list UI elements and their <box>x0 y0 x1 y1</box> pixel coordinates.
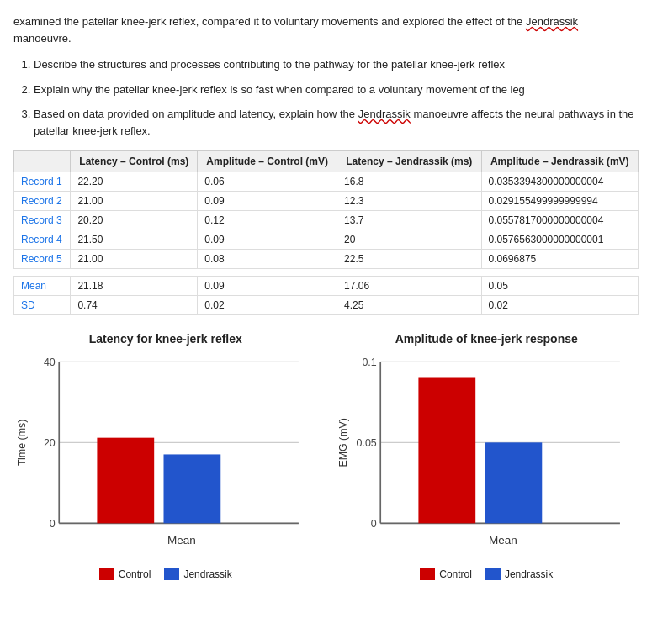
amplitude-legend: Control Jendrassik <box>335 568 639 580</box>
row-label: Record 1 <box>14 172 71 192</box>
control-label: Control <box>119 568 151 580</box>
sd-label: SD <box>14 296 71 315</box>
svg-text:0.05: 0.05 <box>356 437 376 449</box>
row-label: Record 4 <box>14 230 71 250</box>
lat-ctrl: 21.50 <box>71 230 198 250</box>
col-header-0 <box>14 151 71 172</box>
amp-ctrl: 0.08 <box>198 250 337 269</box>
lat-ctrl: 21.00 <box>71 192 198 211</box>
lat-jend: 16.8 <box>337 172 481 192</box>
svg-text:Mean: Mean <box>489 534 517 546</box>
amp-legend-control: Control <box>420 568 472 580</box>
row-label: Record 3 <box>14 211 71 230</box>
lat-jend: 22.5 <box>337 250 481 269</box>
svg-text:40: 40 <box>44 356 56 368</box>
mean-lat-ctrl: 21.18 <box>71 277 198 296</box>
svg-text:Time (ms): Time (ms) <box>16 420 28 466</box>
amp-legend-jendrassik: Jendrassik <box>485 568 553 580</box>
col-header-3: Latency – Jendrassik (ms) <box>337 151 481 172</box>
jendrassik-label: Jendrassik <box>183 568 231 580</box>
table-row: Record 3 20.20 0.12 13.7 0.0557817000000… <box>14 211 639 230</box>
row-label: Record 2 <box>14 192 71 211</box>
svg-text:20: 20 <box>44 437 56 449</box>
legend-control: Control <box>99 568 151 580</box>
legend-jendrassik: Jendrassik <box>164 568 231 580</box>
amp-jend: 0.0576563000000000001 <box>481 230 638 250</box>
col-header-4: Amplitude – Jendrassik (mV) <box>481 151 638 172</box>
latency-bar-chart: 02040MeanTime (ms) <box>13 352 318 562</box>
amp-jend: 0.0557817000000000004 <box>481 211 638 230</box>
latency-chart-wrapper: Latency for knee-jerk reflex 02040MeanTi… <box>13 332 318 580</box>
row-label: Record 5 <box>14 250 71 269</box>
sd-row: SD 0.74 0.02 4.25 0.02 <box>14 296 639 315</box>
question-3: Based on data provided on amplitude and … <box>34 106 639 139</box>
amp-jendrassik-label: Jendrassik <box>505 568 553 580</box>
amp-ctrl: 0.09 <box>198 230 337 250</box>
question-2: Explain why the patellar knee-jerk refle… <box>34 82 639 98</box>
svg-rect-20 <box>418 378 475 524</box>
intro-paragraph: examined the patellar knee-jerk reflex, … <box>13 13 639 46</box>
mean-amp-ctrl: 0.09 <box>198 277 337 296</box>
lat-jend: 13.7 <box>337 211 481 230</box>
sd-lat-jend: 4.25 <box>337 296 481 315</box>
svg-rect-21 <box>485 442 542 523</box>
data-table: Latency – Control (ms) Amplitude – Contr… <box>13 150 639 315</box>
amp-jend: 0.0696875 <box>481 250 638 269</box>
sd-amp-jend: 0.02 <box>481 296 638 315</box>
table-row: Record 4 21.50 0.09 20 0.057656300000000… <box>14 230 639 250</box>
mean-amp-jend: 0.05 <box>481 277 638 296</box>
question-1: Describe the structures and processes co… <box>34 56 639 73</box>
amp-control-swatch <box>420 568 435 580</box>
amplitude-bar-chart: 00.050.1MeanEMG (mV) <box>335 352 639 562</box>
table-row: Record 5 21.00 0.08 22.5 0.0696875 <box>14 250 639 269</box>
sd-lat-ctrl: 0.74 <box>71 296 198 315</box>
lat-ctrl: 22.20 <box>71 172 198 192</box>
lat-ctrl: 21.00 <box>71 250 198 269</box>
jendrassik-q3: Jendrassik <box>358 108 411 120</box>
amplitude-chart-wrapper: Amplitude of knee-jerk response 00.050.1… <box>335 332 639 580</box>
jendrassik-word: Jendrassik <box>526 15 578 28</box>
lat-jend: 20 <box>337 230 481 250</box>
mean-row: Mean 21.18 0.09 17.06 0.05 <box>14 277 639 296</box>
svg-text:0.1: 0.1 <box>362 356 376 368</box>
table-row: Record 2 21.00 0.09 12.3 0.0291554999999… <box>14 192 639 211</box>
svg-text:0: 0 <box>50 518 56 530</box>
latency-legend: Control Jendrassik <box>13 568 318 580</box>
svg-text:Mean: Mean <box>167 534 196 546</box>
mean-label: Mean <box>14 277 71 296</box>
svg-text:0: 0 <box>370 518 376 530</box>
latency-chart-area: 02040MeanTime (ms) <box>13 352 318 562</box>
amp-jendrassik-swatch <box>485 568 501 580</box>
amp-jend: 0.029155499999999994 <box>481 192 638 211</box>
control-swatch <box>99 568 114 580</box>
svg-rect-9 <box>163 454 220 523</box>
lat-ctrl: 20.20 <box>71 211 198 230</box>
amplitude-chart-area: 00.050.1MeanEMG (mV) <box>335 352 639 562</box>
col-header-2: Amplitude – Control (mV) <box>198 151 337 172</box>
amp-ctrl: 0.06 <box>198 172 337 192</box>
questions-list: Describe the structures and processes co… <box>34 56 639 139</box>
amp-control-label: Control <box>439 568 472 580</box>
charts-container: Latency for knee-jerk reflex 02040MeanTi… <box>13 332 639 580</box>
sd-amp-ctrl: 0.02 <box>198 296 337 315</box>
col-header-1: Latency – Control (ms) <box>71 151 198 172</box>
mean-lat-jend: 17.06 <box>337 277 481 296</box>
amp-ctrl: 0.09 <box>198 192 337 211</box>
latency-chart-title: Latency for knee-jerk reflex <box>13 332 318 346</box>
spacer-row <box>14 269 639 277</box>
jendrassik-swatch <box>164 568 179 580</box>
table-row: Record 1 22.20 0.06 16.8 0.0353394300000… <box>14 172 639 192</box>
lat-jend: 12.3 <box>337 192 481 211</box>
amplitude-chart-title: Amplitude of knee-jerk response <box>335 332 639 346</box>
svg-rect-8 <box>97 438 154 524</box>
svg-text:EMG (mV): EMG (mV) <box>337 418 348 467</box>
amp-ctrl: 0.12 <box>198 211 337 230</box>
amp-jend: 0.0353394300000000004 <box>481 172 638 192</box>
